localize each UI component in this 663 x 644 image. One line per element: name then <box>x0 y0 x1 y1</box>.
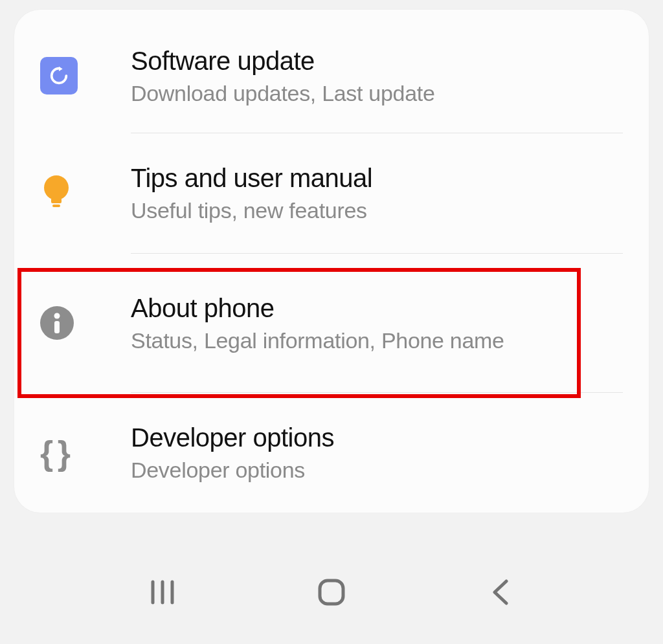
icon-slot <box>40 57 131 94</box>
settings-item-software-update[interactable]: Software update Download updates, Last u… <box>14 10 649 133</box>
item-subtitle: Download updates, Last update <box>131 80 623 107</box>
icon-slot: { } <box>40 434 131 472</box>
item-title: Tips and user manual <box>131 162 623 194</box>
item-subtitle: Developer options <box>131 457 623 483</box>
item-text: About phone Status, Legal information, P… <box>131 293 623 354</box>
settings-item-tips[interactable]: Tips and user manual Useful tips, new fe… <box>14 133 649 253</box>
svg-rect-1 <box>51 198 62 203</box>
nav-recents-button[interactable] <box>137 573 188 612</box>
item-subtitle: Status, Legal information, Phone name <box>131 328 623 354</box>
braces-icon: { } <box>40 434 68 472</box>
android-nav-bar <box>0 566 663 618</box>
nav-back-button[interactable] <box>475 573 526 612</box>
nav-home-button[interactable] <box>306 573 357 612</box>
svg-point-0 <box>44 175 69 200</box>
item-title: About phone <box>131 293 623 324</box>
info-icon <box>40 306 74 340</box>
svg-point-3 <box>54 313 60 318</box>
settings-item-developer-options[interactable]: { } Developer options Developer options <box>14 393 649 513</box>
icon-slot <box>40 177 131 209</box>
software-update-icon <box>40 57 78 94</box>
svg-rect-4 <box>54 321 60 333</box>
item-text: Developer options Developer options <box>131 422 623 483</box>
settings-item-about-phone[interactable]: About phone Status, Legal information, P… <box>14 254 649 393</box>
item-title: Developer options <box>131 422 623 453</box>
svg-rect-8 <box>320 581 343 604</box>
settings-list-card: Software update Download updates, Last u… <box>14 10 649 513</box>
icon-slot <box>40 306 131 340</box>
item-text: Tips and user manual Useful tips, new fe… <box>131 162 623 224</box>
item-subtitle: Useful tips, new features <box>131 197 623 224</box>
item-text: Software update Download updates, Last u… <box>131 45 623 107</box>
item-title: Software update <box>131 45 623 76</box>
svg-rect-2 <box>52 205 60 207</box>
lightbulb-icon <box>40 177 73 209</box>
